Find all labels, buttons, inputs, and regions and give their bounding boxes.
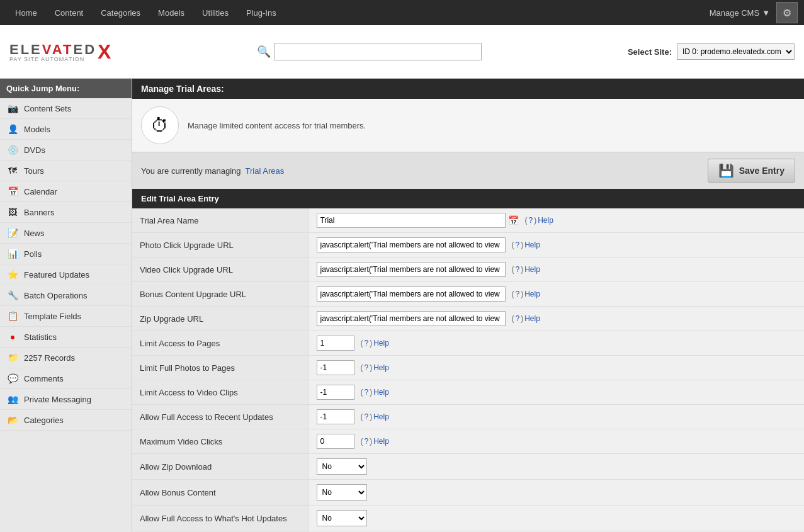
content-sets-icon: 📷 <box>6 102 19 115</box>
field-label-allow-bonus: Allow Bonus Content <box>132 480 309 506</box>
help-link-7[interactable]: Help <box>373 388 389 397</box>
help-links-limit-video-clips: ( ? ) Help <box>361 388 389 397</box>
sidebar-item-banners[interactable]: 🖼 Banners <box>0 202 132 223</box>
sidebar-item-content-sets[interactable]: 📷 Content Sets <box>0 98 132 119</box>
trial-area-name-input[interactable] <box>317 213 506 228</box>
help-links-limit-full-photos: ( ? ) Help <box>361 363 389 372</box>
field-label-limit-video-clips: Limit Access to Video Clips <box>132 380 309 405</box>
sidebar-label-template-fields: Template Fields <box>24 312 81 321</box>
question-mark-link-8[interactable]: ? <box>365 412 369 421</box>
page-header: Manage Trial Areas: <box>132 79 804 99</box>
table-row: Zip Upgrade URL ( ? ) Help <box>132 307 804 331</box>
video-click-url-input[interactable] <box>317 262 506 277</box>
question-mark-link-6[interactable]: ? <box>365 363 369 372</box>
settings-gear-button[interactable]: ⚙ <box>776 2 798 23</box>
sidebar-item-models[interactable]: 👤 Models <box>0 119 132 140</box>
sidebar-item-tours[interactable]: 🗺 Tours <box>0 161 132 181</box>
sidebar-label-banners: Banners <box>24 208 54 217</box>
field-cell-recent-updates: ( ? ) Help <box>309 405 804 429</box>
nav-categories[interactable]: Categories <box>92 0 149 25</box>
recent-updates-input[interactable] <box>317 409 354 424</box>
field-label-bonus-content: Bonus Content Upgrade URL <box>132 282 309 307</box>
help-link-8[interactable]: Help <box>373 412 389 421</box>
save-entry-label-top: Save Entry <box>739 166 784 176</box>
question-mark-link-1[interactable]: ? <box>516 241 520 249</box>
main-layout: Quick Jump Menu: 📷 Content Sets 👤 Models… <box>0 79 804 532</box>
field-cell-whats-hot: No Yes <box>309 506 804 531</box>
help-link-0[interactable]: Help <box>538 216 553 225</box>
help-link-2[interactable]: Help <box>524 265 540 274</box>
table-row: Allow Bonus Content No Yes <box>132 480 804 506</box>
field-label-max-video-clicks: Maximum Video Clicks <box>132 429 309 454</box>
allow-zip-select[interactable]: No Yes <box>317 458 367 475</box>
field-cell-zip-upgrade: ( ? ) Help <box>309 307 804 331</box>
limit-video-clips-input[interactable] <box>317 385 354 400</box>
question-mark-link-3[interactable]: ? <box>516 290 520 298</box>
question-mark-link-0[interactable]: ? <box>529 216 533 225</box>
nav-home[interactable]: Home <box>6 0 46 25</box>
sidebar-item-batch-operations[interactable]: 🔧 Batch Operations <box>0 285 132 306</box>
manage-cms-button[interactable]: Manage CMS ▼ <box>710 8 770 18</box>
question-mark-link-9[interactable]: ? <box>365 437 369 446</box>
sidebar-item-dvds[interactable]: 💿 DVDs <box>0 140 132 161</box>
field-label-recent-updates: Allow Full Access to Recent Updates <box>132 405 309 429</box>
whats-hot-select[interactable]: No Yes <box>317 510 367 526</box>
search-button[interactable]: 🔍 <box>257 45 271 59</box>
search-input[interactable] <box>274 43 482 60</box>
nav-content[interactable]: Content <box>46 0 93 25</box>
sidebar-item-2257-records[interactable]: 📁 2257 Records <box>0 348 132 368</box>
banners-icon: 🖼 <box>6 206 19 218</box>
field-cell-bonus-content: ( ? ) Help <box>309 282 804 307</box>
save-entry-button-top[interactable]: 💾 Save Entry <box>708 159 795 183</box>
nav-plugins[interactable]: Plug-Ins <box>237 0 285 25</box>
sidebar-item-private-messaging[interactable]: 👥 Private Messaging <box>0 389 132 410</box>
field-label-whats-hot: Allow Full Access to What's Hot Updates <box>132 506 309 531</box>
photo-click-url-input[interactable] <box>317 237 506 252</box>
nav-models[interactable]: Models <box>149 0 193 25</box>
sidebar-label-2257-records: 2257 Records <box>24 353 75 363</box>
sidebar-item-featured-updates[interactable]: ⭐ Featured Updates <box>0 264 132 285</box>
help-links-photo-click: ( ? ) Help <box>512 241 540 249</box>
help-link-1[interactable]: Help <box>524 241 540 249</box>
sidebar-item-calendar[interactable]: 📅 Calendar <box>0 181 132 202</box>
question-mark-link-5[interactable]: ? <box>365 339 369 348</box>
question-mark-link-7[interactable]: ? <box>365 388 369 397</box>
nav-utilities[interactable]: Utilities <box>193 0 237 25</box>
sidebar-label-comments: Comments <box>24 374 64 383</box>
help-link-3[interactable]: Help <box>524 290 540 298</box>
sidebar-label-news: News <box>24 229 45 238</box>
question-mark-link-4[interactable]: ? <box>516 314 520 323</box>
help-link-6[interactable]: Help <box>373 363 389 372</box>
page-intro-text: Manage limited content access for trial … <box>188 121 366 130</box>
records-icon: 📁 <box>6 351 19 364</box>
sidebar-item-template-fields[interactable]: 📋 Template Fields <box>0 306 132 327</box>
limit-access-pages-input[interactable] <box>317 336 354 351</box>
breadcrumb-link[interactable]: Trial Areas <box>246 166 285 176</box>
max-video-clicks-input[interactable] <box>317 434 354 449</box>
help-link-5[interactable]: Help <box>373 339 389 348</box>
models-icon: 👤 <box>6 123 19 135</box>
batch-operations-icon: 🔧 <box>6 289 19 302</box>
site-select-dropdown[interactable]: ID 0: prodemo.elevatedx.com <box>677 43 795 60</box>
field-cell-limit-video-clips: ( ? ) Help <box>309 380 804 405</box>
bonus-content-url-input[interactable] <box>317 286 506 302</box>
sidebar-item-polls[interactable]: 📊 Polls <box>0 244 132 264</box>
allow-bonus-select[interactable]: No Yes <box>317 484 367 501</box>
question-mark-link-2[interactable]: ? <box>516 265 520 274</box>
sidebar-item-statistics[interactable]: ● Statistics <box>0 327 132 348</box>
help-link-4[interactable]: Help <box>524 314 540 323</box>
zip-upgrade-url-input[interactable] <box>317 311 506 326</box>
limit-full-photos-input[interactable] <box>317 360 354 375</box>
sidebar-label-calendar: Calendar <box>24 187 57 196</box>
site-select-label: Select Site: <box>628 47 672 57</box>
table-row: Limit Full Photos to Pages ( ? ) Help <box>132 356 804 380</box>
private-messaging-icon: 👥 <box>6 393 19 405</box>
help-link-9[interactable]: Help <box>373 437 389 446</box>
sidebar-item-comments[interactable]: 💬 Comments <box>0 368 132 389</box>
top-navigation: Home Content Categories Models Utilities… <box>0 0 804 25</box>
sidebar-item-news[interactable]: 📝 News <box>0 223 132 244</box>
help-links-zip-upgrade: ( ? ) Help <box>512 314 540 323</box>
table-row: Trial Area Name 📅 ( ? ) Help <box>132 208 804 233</box>
table-row: Bonus Content Upgrade URL ( ? ) Help <box>132 282 804 307</box>
sidebar-item-categories[interactable]: 📂 Categories <box>0 410 132 431</box>
